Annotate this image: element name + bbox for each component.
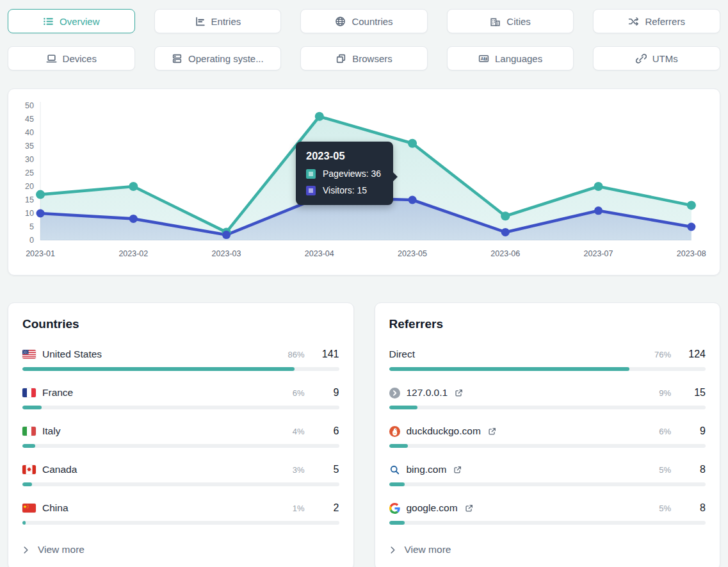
external-link-icon[interactable] (465, 504, 473, 513)
chevron-right-icon (22, 546, 29, 554)
view-more-label: View more (405, 544, 451, 555)
x-tick-label: 2023-07 (584, 249, 613, 258)
bar-track (22, 406, 339, 409)
row-value: 15 (683, 387, 706, 399)
referrer-label: 127.0.0.1 (407, 387, 448, 399)
bar-track (22, 367, 339, 371)
table-row[interactable]: Italy 4% 6 (22, 423, 339, 448)
tab-devices[interactable]: Devices (8, 46, 135, 70)
table-row[interactable]: Direct 76% 124 (389, 347, 706, 371)
country-label: Canada (42, 464, 77, 475)
svg-text:A: A (481, 56, 484, 61)
bar-fill (22, 406, 42, 409)
y-tick-label: 30 (25, 155, 34, 164)
x-tick-label: 2023-03 (212, 249, 241, 258)
flag-united-states-icon (22, 350, 36, 359)
table-row[interactable]: bing.com 5% 8 (389, 462, 706, 486)
globe-icon (335, 16, 346, 27)
external-link-icon[interactable] (455, 389, 463, 397)
row-percentage: 6% (293, 388, 305, 398)
y-tick-label: 40 (25, 128, 34, 137)
visitors-point[interactable] (36, 210, 45, 218)
visitors-point[interactable] (687, 223, 695, 231)
visitors-point[interactable] (129, 215, 138, 223)
external-link-icon[interactable] (453, 466, 462, 474)
tab-entries[interactable]: Entries (154, 9, 282, 33)
row-percentage: 6% (659, 427, 671, 436)
bar-fill (389, 482, 405, 486)
google-icon (389, 503, 400, 514)
pageviews-point[interactable] (36, 190, 45, 199)
y-tick-label: 25 (25, 168, 34, 177)
tab-countries[interactable]: Countries (300, 9, 428, 33)
tooltip-arrow (392, 172, 398, 182)
tab-label: UTMs (652, 53, 678, 64)
y-tick-label: 50 (25, 101, 34, 110)
row-percentage: 1% (293, 504, 305, 513)
bar-track (389, 367, 706, 371)
table-row[interactable]: France 6% 9 (22, 385, 339, 409)
country-label: China (42, 502, 69, 514)
pageviews-point[interactable] (501, 211, 510, 220)
pageviews-point[interactable] (129, 182, 138, 191)
metric-tabs: Overview Entries Countries Cities Referr… (8, 9, 720, 70)
row-percentage: 5% (659, 465, 671, 475)
tab-utms[interactable]: UTMs (593, 46, 720, 70)
referrer-label: google.com (407, 502, 458, 514)
referrers-view-more-button[interactable]: View more (389, 539, 451, 561)
visitors-point[interactable] (222, 231, 231, 239)
y-tick-label: 5 (29, 222, 34, 231)
bar-fill (22, 367, 295, 371)
x-tick-label: 2023-06 (490, 249, 520, 258)
visitors-point[interactable] (594, 206, 603, 215)
view-more-label: View more (38, 544, 85, 555)
link-icon (636, 53, 647, 64)
bar-fill (389, 444, 408, 448)
table-row[interactable]: Canada 3% 5 (22, 462, 339, 486)
table-row[interactable]: 127.0.0.1 9% 15 (389, 385, 706, 409)
default-favicon-icon (389, 388, 400, 399)
pageviews-point[interactable] (408, 139, 417, 148)
visitors-point[interactable] (408, 196, 416, 204)
table-row[interactable]: duckduckgo.com 6% 9 (389, 423, 706, 448)
visitors-point[interactable] (501, 228, 510, 236)
table-row[interactable]: United States 86% 141 (22, 347, 339, 371)
pageviews-point[interactable] (315, 112, 324, 121)
tab-label: Overview (60, 16, 100, 27)
bar-fill (389, 406, 418, 409)
panel-title: Referrers (389, 317, 706, 331)
tab-browsers[interactable]: Browsers (300, 46, 428, 70)
y-tick-label: 0 (29, 236, 34, 245)
table-row[interactable]: China 1% 2 (22, 500, 339, 525)
external-link-icon[interactable] (488, 427, 496, 436)
tooltip-visitors-text: Visitors: 15 (323, 185, 367, 195)
table-row[interactable]: google.com 5% 8 (389, 500, 706, 525)
y-tick-label: 45 (25, 115, 34, 124)
tab-languages[interactable]: AZ Languages (447, 46, 574, 70)
laptop-icon (46, 53, 57, 64)
y-tick-label: 10 (25, 209, 34, 218)
bar-fill (22, 444, 35, 448)
x-tick-label: 2023-08 (677, 249, 706, 258)
tab-cities[interactable]: Cities (447, 9, 574, 33)
traffic-chart[interactable]: 05101520253035404550 2023-012023-022023-… (17, 99, 712, 265)
row-percentage: 86% (287, 350, 304, 359)
country-label: France (42, 387, 73, 399)
pageviews-point[interactable] (594, 182, 603, 191)
pageviews-point[interactable] (687, 201, 696, 210)
tab-label: Operating syste... (188, 53, 264, 64)
row-value: 6 (316, 425, 339, 437)
tab-label: Cities (506, 16, 531, 27)
x-tick-label: 2023-01 (26, 249, 55, 258)
row-percentage: 76% (654, 350, 671, 359)
tab-operating-systems[interactable]: Operating syste... (154, 46, 282, 70)
row-value: 124 (683, 349, 706, 360)
translate-icon: AZ (478, 53, 489, 64)
duckduckgo-icon (389, 426, 400, 437)
server-icon (172, 53, 182, 64)
tab-referrers[interactable]: Referrers (593, 9, 720, 33)
countries-view-more-button[interactable]: View more (22, 539, 85, 561)
tooltip-visitors-row: Visitors: 15 (306, 185, 383, 195)
tab-overview[interactable]: Overview (8, 9, 135, 33)
pageviews-swatch-icon (306, 169, 316, 179)
